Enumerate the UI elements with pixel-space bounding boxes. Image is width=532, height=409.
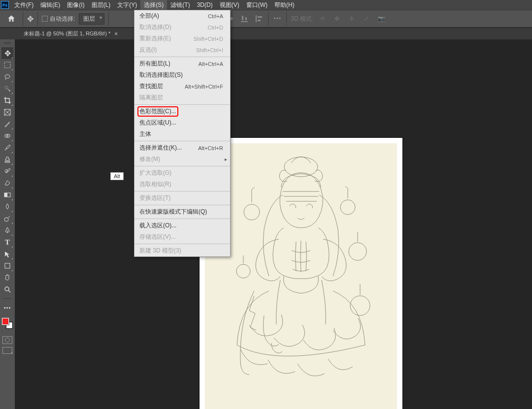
svg-point-29	[340, 200, 355, 215]
auto-select-option[interactable]: 自动选择:	[42, 15, 75, 23]
menu-item-label: 所有图层(L)	[139, 60, 170, 68]
quick-select-tool[interactable]	[1, 83, 13, 94]
screen-mode-icon[interactable]	[2, 347, 12, 354]
canvas-image	[205, 143, 397, 409]
menu-item: 隔离图层	[134, 92, 230, 103]
menu-帮助[interactable]: 帮助(H)	[271, 0, 298, 10]
menu-item-label: 选择并遮住(K)...	[139, 144, 182, 152]
path-select-tool[interactable]	[1, 248, 13, 260]
menu-item[interactable]: 焦点区域(U)...	[134, 117, 230, 128]
menu-item-label: 反选(I)	[139, 46, 157, 54]
menu-item: 重新选择(E)Shift+Ctrl+D	[134, 33, 230, 44]
move-tool[interactable]: ✥	[1, 47, 13, 59]
separator	[286, 12, 287, 26]
menu-item[interactable]: 所有图层(L)Alt+Ctrl+A	[134, 58, 230, 69]
menu-文件[interactable]: 文件(F)	[11, 0, 37, 10]
marquee-tool[interactable]	[1, 59, 13, 71]
svg-rect-5	[231, 17, 232, 20]
menu-item-label: 主体	[139, 130, 151, 138]
menu-item-label: 隔离图层	[139, 94, 163, 102]
more-icon[interactable]: •••	[272, 14, 282, 24]
frame-tool[interactable]	[1, 106, 13, 118]
shortcut-label: Alt+Shift+Ctrl+F	[185, 84, 223, 90]
doc-title: 未标题-1 @ 50% (图层 1, RGB/8#) *	[24, 30, 110, 37]
menu-item[interactable]: 主体	[134, 128, 230, 140]
quick-mask-icon[interactable]	[2, 336, 12, 344]
menu-文字[interactable]: 文字(Y)	[114, 0, 140, 10]
app-logo: Ps	[1, 1, 9, 9]
layer-dropdown[interactable]: 图层	[79, 13, 104, 25]
menu-item-label: 取消选择图层(S)	[139, 71, 183, 79]
shape-tool[interactable]	[1, 260, 13, 272]
document-tab[interactable]: 未标题-1 @ 50% (图层 1, RGB/8#) * ×	[19, 28, 123, 40]
hand-tool[interactable]	[1, 272, 13, 283]
align-left-icon[interactable]	[254, 14, 264, 24]
menu-3d[interactable]: 3D(D)	[194, 0, 216, 9]
menu-item-label: 取消选择(D)	[139, 23, 171, 31]
menu-item: 取消选择(D)Ctrl+D	[134, 22, 230, 33]
menu-item[interactable]: 全部(A)Ctrl+A	[134, 10, 230, 22]
separator	[134, 191, 230, 191]
zoom-tool[interactable]	[1, 283, 13, 295]
brush-tool[interactable]	[1, 142, 13, 154]
menu-item-label: 扩大选取(G)	[139, 169, 171, 177]
checkbox-icon[interactable]	[42, 16, 48, 22]
svg-rect-8	[245, 17, 247, 20]
document-tabbar: 未标题-1 @ 50% (图层 1, RGB/8#) * ×	[0, 28, 532, 39]
menu-item[interactable]: 载入选区(O)...	[134, 220, 230, 231]
stamp-tool[interactable]	[1, 154, 13, 165]
separator	[268, 12, 268, 26]
menu-item-label: 重新选择(E)	[139, 34, 171, 43]
type-tool[interactable]: T	[1, 236, 13, 248]
menu-item-label: 色彩范围(C)...	[137, 106, 178, 117]
menu-item: 变换选区(T)	[134, 192, 230, 204]
menu-视图[interactable]: 视图(V)	[216, 0, 243, 10]
select-menu-dropdown: 全部(A)Ctrl+A取消选择(D)Ctrl+D重新选择(E)Shift+Ctr…	[134, 10, 231, 257]
menu-选择[interactable]: 选择(S)	[140, 0, 167, 10]
menu-item[interactable]: 查找图层Alt+Shift+Ctrl+F	[134, 81, 230, 92]
color-swatches[interactable]	[1, 317, 13, 329]
menu-item[interactable]: 选择并遮住(K)...Alt+Ctrl+R	[134, 142, 230, 154]
menubar: 文件(F)编辑(E)图像(I)图层(L)文字(Y)选择(S)滤镜(T)3D(D)…	[0, 0, 532, 10]
menu-item[interactable]: 取消选择图层(S)	[134, 69, 230, 81]
close-icon[interactable]: ×	[114, 31, 118, 37]
menu-图层[interactable]: 图层(L)	[88, 0, 114, 10]
menu-item: 新建 3D 模型(3)	[134, 245, 230, 256]
svg-rect-24	[5, 263, 10, 268]
toolbar: ✥ T •••	[0, 39, 15, 409]
menu-item[interactable]: 在快速蒙版模式下编辑(Q)	[134, 206, 230, 218]
menu-item: 存储选区(V)...	[134, 231, 230, 243]
camera-icon: 📷	[376, 14, 386, 24]
menu-item-label: 选取相似(R)	[139, 180, 171, 189]
svg-rect-11	[258, 20, 261, 21]
menu-图像[interactable]: 图像(I)	[64, 0, 88, 10]
lasso-tool[interactable]	[1, 71, 13, 83]
pan-icon: ✥	[332, 14, 342, 24]
gradient-tool[interactable]	[1, 189, 13, 201]
menu-窗口[interactable]: 窗口(W)	[243, 0, 271, 10]
dodge-tool[interactable]	[1, 213, 13, 224]
menu-item-label: 焦点区域(U)...	[139, 119, 176, 127]
options-bar: ✥ 自动选择: 图层 ••• 3D 模式: ⟲ ✥ ✢ ⤢ 📷	[0, 10, 532, 28]
home-icon[interactable]	[4, 11, 19, 26]
blur-tool[interactable]	[1, 201, 13, 213]
menu-编辑[interactable]: 编辑(E)	[37, 0, 64, 10]
menu-item-label: 查找图层	[139, 82, 163, 91]
svg-rect-7	[242, 16, 243, 20]
eyedropper-tool[interactable]	[1, 118, 13, 130]
workspace	[15, 39, 532, 409]
menu-item[interactable]: 色彩范围(C)...	[134, 106, 230, 117]
heal-tool[interactable]	[1, 130, 13, 142]
eraser-tool[interactable]	[1, 177, 13, 189]
svg-rect-21	[4, 193, 7, 197]
foreground-color[interactable]	[2, 318, 9, 325]
pen-tool[interactable]	[1, 224, 13, 236]
menu-item: 反选(I)Shift+Ctrl+I	[134, 44, 230, 56]
separator	[108, 12, 109, 26]
align-bottom-icon[interactable]	[239, 14, 249, 24]
menu-滤镜[interactable]: 滤镜(T)	[167, 0, 193, 10]
history-brush-tool[interactable]	[1, 165, 13, 177]
crop-tool[interactable]	[1, 94, 13, 106]
edit-toolbar-icon[interactable]: •••	[1, 302, 13, 314]
separator	[134, 205, 230, 205]
